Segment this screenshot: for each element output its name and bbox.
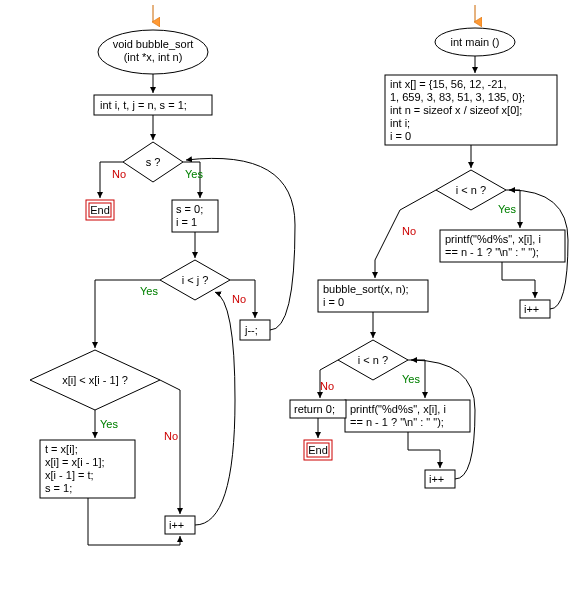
- main-flowchart: int main () int x[] = {15, 56, 12, -21, …: [290, 5, 568, 488]
- main-decision2-text: i < n ?: [358, 354, 388, 366]
- inc-i1-text: i++: [524, 303, 539, 315]
- main-decision1-text: i < n ?: [456, 184, 486, 196]
- bubble-sort-flowchart: void bubble_sort (int *x, int n) int i, …: [30, 5, 295, 545]
- swap-l1: t = x[i];: [45, 443, 78, 455]
- yes-label-1: Yes: [185, 168, 203, 180]
- decision-ij-text: i < j ?: [182, 274, 209, 286]
- swap-l2: x[i] = x[i - 1];: [45, 456, 105, 468]
- no-label-3: No: [164, 430, 178, 442]
- call-l1: bubble_sort(x, n);: [323, 283, 409, 295]
- decision-s-text: s ?: [146, 156, 161, 168]
- yes-label-3: Yes: [100, 418, 118, 430]
- main-title: int main (): [451, 36, 500, 48]
- reset-l1: s = 0;: [176, 203, 203, 215]
- reset-l2: i = 1: [176, 216, 197, 228]
- init-text: int i, t, j = n, s = 1;: [100, 99, 187, 111]
- main-init-l5: i = 0: [390, 130, 411, 142]
- main-no-2: No: [320, 380, 334, 392]
- main-yes-2: Yes: [402, 373, 420, 385]
- main-init-l1: int x[] = {15, 56, 12, -21,: [390, 78, 507, 90]
- swap-l3: x[i - 1] = t;: [45, 469, 94, 481]
- printf1-l1: printf("%d%s", x[i], i: [445, 233, 541, 245]
- main-yes-1: Yes: [498, 203, 516, 215]
- end-text: End: [90, 204, 110, 216]
- decrement-j-text: j--;: [244, 324, 258, 336]
- no-label-2: No: [232, 293, 246, 305]
- main-end-text: End: [308, 444, 328, 456]
- main-init-l2: 1, 659, 3, 83, 51, 3, 135, 0};: [390, 91, 525, 103]
- inc-i2-text: i++: [429, 473, 444, 485]
- start-title1: void bubble_sort: [113, 38, 194, 50]
- main-init-l4: int i;: [390, 117, 410, 129]
- printf1-l2: == n - 1 ? "\n" : " ");: [445, 246, 539, 258]
- call-l2: i = 0: [323, 296, 344, 308]
- increment-i-text: i++: [169, 519, 184, 531]
- printf2-l2: == n - 1 ? "\n" : " ");: [350, 416, 444, 428]
- printf2-l1: printf("%d%s", x[i], i: [350, 403, 446, 415]
- decision-compare-text: x[i] < x[i - 1] ?: [62, 374, 128, 386]
- main-init-l3: int n = sizeof x / sizeof x[0];: [390, 104, 522, 116]
- flowchart-diagram: void bubble_sort (int *x, int n) int i, …: [0, 0, 571, 604]
- yes-label-2: Yes: [140, 285, 158, 297]
- main-no-1: No: [402, 225, 416, 237]
- swap-l4: s = 1;: [45, 482, 72, 494]
- return-text: return 0;: [294, 403, 335, 415]
- no-label-1: No: [112, 168, 126, 180]
- start-title2: (int *x, int n): [124, 51, 183, 63]
